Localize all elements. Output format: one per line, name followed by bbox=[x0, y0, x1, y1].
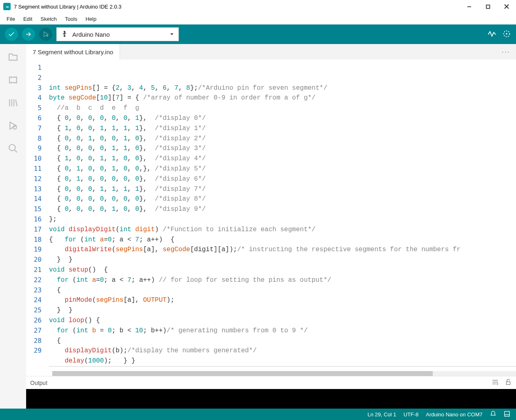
library-manager-icon[interactable] bbox=[7, 97, 19, 108]
svg-rect-34 bbox=[505, 411, 509, 416]
code-line[interactable]: }; bbox=[49, 214, 516, 225]
horizontal-scrollbar[interactable] bbox=[52, 371, 516, 376]
line-number: 2 bbox=[26, 73, 42, 83]
code-line[interactable]: { for (int a=0; a < 7; a++) { bbox=[49, 235, 516, 245]
output-lock-icon[interactable] bbox=[505, 378, 512, 387]
code-line[interactable]: { 0, 1, 0, 0, 1, 0, 0,}, /*display 5*/ bbox=[49, 164, 516, 174]
menu-sketch[interactable]: Sketch bbox=[37, 15, 60, 23]
titlebar: ∞ 7 Segment without Library | Arduino ID… bbox=[0, 0, 516, 13]
code-line[interactable]: delay(1000); } } bbox=[49, 356, 516, 366]
line-number: 24 bbox=[26, 295, 42, 305]
line-number: 11 bbox=[26, 164, 42, 174]
code-line[interactable]: void setup() { bbox=[49, 265, 516, 275]
tab-bar: 7 Segment without Library.ino ··· bbox=[26, 44, 516, 60]
code-line[interactable]: void displayDigit(int digit) /*Function … bbox=[49, 225, 516, 235]
search-icon[interactable] bbox=[7, 143, 19, 154]
menu-help[interactable]: Help bbox=[82, 15, 100, 23]
svg-rect-1 bbox=[486, 5, 489, 8]
code-line[interactable]: { bbox=[49, 336, 516, 346]
scrollbar-thumb[interactable] bbox=[52, 371, 433, 376]
line-number: 14 bbox=[26, 194, 42, 204]
debug-panel-icon[interactable] bbox=[7, 120, 19, 131]
activity-bar bbox=[0, 44, 26, 409]
line-number: 13 bbox=[26, 184, 42, 195]
notifications-icon[interactable] bbox=[490, 411, 496, 418]
line-number: 18 bbox=[26, 235, 42, 245]
window-controls bbox=[460, 0, 516, 13]
tab-overflow-button[interactable]: ··· bbox=[496, 44, 516, 60]
menu-edit[interactable]: Edit bbox=[20, 15, 36, 23]
close-button[interactable] bbox=[497, 0, 516, 13]
code-line[interactable]: digitalWrite(segPins[a], segCode[digit][… bbox=[49, 245, 516, 255]
code-line[interactable]: int segPins[] = {2, 3, 4, 5, 6, 7, 8};/*… bbox=[49, 83, 516, 93]
main: 7 Segment without Library.ino ··· 123456… bbox=[0, 44, 516, 409]
code-line[interactable]: { 1, 0, 0, 1, 1, 0, 0}, /*display 4*/ bbox=[49, 154, 516, 164]
debug-button[interactable] bbox=[39, 28, 52, 41]
app-logo-icon: ∞ bbox=[3, 3, 11, 10]
code-line[interactable]: } } bbox=[49, 305, 516, 316]
line-number: 10 bbox=[26, 154, 42, 164]
code-line[interactable]: { bbox=[49, 285, 516, 296]
editor-area: 7 Segment without Library.ino ··· 123456… bbox=[26, 44, 516, 409]
status-encoding[interactable]: UTF-8 bbox=[403, 411, 418, 418]
board-name: Arduino Nano bbox=[72, 31, 110, 38]
code-line[interactable]: void loop() { bbox=[49, 316, 516, 326]
line-number: 15 bbox=[26, 204, 42, 214]
code-line[interactable]: } } bbox=[49, 255, 516, 265]
usb-icon bbox=[61, 30, 68, 39]
output-wrap-icon[interactable] bbox=[492, 378, 499, 387]
line-number: 16 bbox=[26, 214, 42, 225]
minimize-button[interactable] bbox=[460, 0, 478, 13]
serial-monitor-icon[interactable] bbox=[502, 29, 511, 40]
line-number: 3 bbox=[26, 83, 42, 93]
svg-point-6 bbox=[47, 35, 49, 37]
line-number: 29 bbox=[26, 346, 42, 356]
close-panel-icon[interactable] bbox=[504, 411, 510, 418]
line-number: 6 bbox=[26, 113, 42, 124]
code-line[interactable] bbox=[49, 366, 516, 371]
code-line[interactable]: { 0, 0, 0, 0, 1, 0, 0}, /*display 9*/ bbox=[49, 204, 516, 214]
menubar: File Edit Sketch Tools Help bbox=[0, 13, 516, 24]
code-line[interactable]: for (int b = 0; b < 10; b++)/* generatin… bbox=[49, 326, 516, 336]
output-label: Output bbox=[30, 380, 47, 386]
code-line[interactable]: byte segCode[10][7] = { /*array of numbe… bbox=[49, 93, 516, 103]
code-line[interactable]: { 0, 0, 0, 0, 0, 0, 0}, /*display 8*/ bbox=[49, 194, 516, 204]
code-line[interactable]: { 0, 0, 0, 1, 1, 1, 1}, /*display 7*/ bbox=[49, 184, 516, 195]
statusbar: Ln 29, Col 1 UTF-8 Arduino Nano on COM7 bbox=[0, 409, 516, 420]
tab-file[interactable]: 7 Segment without Library.ino bbox=[26, 44, 120, 60]
menu-file[interactable]: File bbox=[3, 15, 18, 23]
code-line[interactable]: for (int a=0; a < 7; a++) // for loop fo… bbox=[49, 275, 516, 285]
code-line[interactable]: //a b c d e f g bbox=[49, 103, 516, 113]
code-content[interactable]: int segPins[] = {2, 3, 4, 5, 6, 7, 8};/*… bbox=[46, 60, 516, 371]
code-line[interactable]: displayDigit(b);/*display the numbers ge… bbox=[49, 346, 516, 356]
output-panel[interactable] bbox=[26, 389, 516, 409]
line-number: 27 bbox=[26, 326, 42, 336]
chevron-down-icon bbox=[169, 31, 174, 38]
svg-point-28 bbox=[9, 144, 15, 150]
verify-button[interactable] bbox=[5, 28, 18, 41]
boards-manager-icon[interactable] bbox=[7, 74, 19, 86]
code-line[interactable]: { 0, 0, 0, 0, 1, 1, 0}, /*display 3*/ bbox=[49, 144, 516, 154]
upload-button[interactable] bbox=[22, 28, 35, 41]
line-number: 28 bbox=[26, 336, 42, 346]
svg-rect-13 bbox=[9, 77, 16, 83]
status-board-port[interactable]: Arduino Nano on COM7 bbox=[426, 411, 483, 418]
toolbar: Arduino Nano bbox=[0, 24, 516, 44]
serial-plotter-icon[interactable] bbox=[487, 29, 496, 40]
line-number: 9 bbox=[26, 144, 42, 154]
code-editor[interactable]: 1234567891011121314151617181920212223242… bbox=[26, 60, 516, 371]
code-line[interactable]: { 1, 0, 0, 1, 1, 1, 1}, /*display 1*/ bbox=[49, 124, 516, 134]
svg-rect-33 bbox=[507, 382, 510, 385]
code-line[interactable]: { 0, 0, 0, 0, 0, 0, 1}, /*display 0*/ bbox=[49, 113, 516, 124]
board-selector[interactable]: Arduino Nano bbox=[56, 27, 179, 41]
line-number: 19 bbox=[26, 245, 42, 255]
code-line[interactable]: { 0, 0, 1, 0, 0, 1, 0}, /*display 2*/ bbox=[49, 134, 516, 144]
line-number: 17 bbox=[26, 225, 42, 235]
maximize-button[interactable] bbox=[478, 0, 497, 13]
menu-tools[interactable]: Tools bbox=[62, 15, 80, 23]
sketchbook-icon[interactable] bbox=[7, 51, 19, 63]
code-line[interactable]: pinMode(segPins[a], OUTPUT); bbox=[49, 295, 516, 305]
svg-point-7 bbox=[64, 35, 65, 36]
code-line[interactable]: { 0, 1, 0, 0, 0, 0, 0}, /*display 6*/ bbox=[49, 174, 516, 184]
status-position[interactable]: Ln 29, Col 1 bbox=[367, 411, 396, 418]
